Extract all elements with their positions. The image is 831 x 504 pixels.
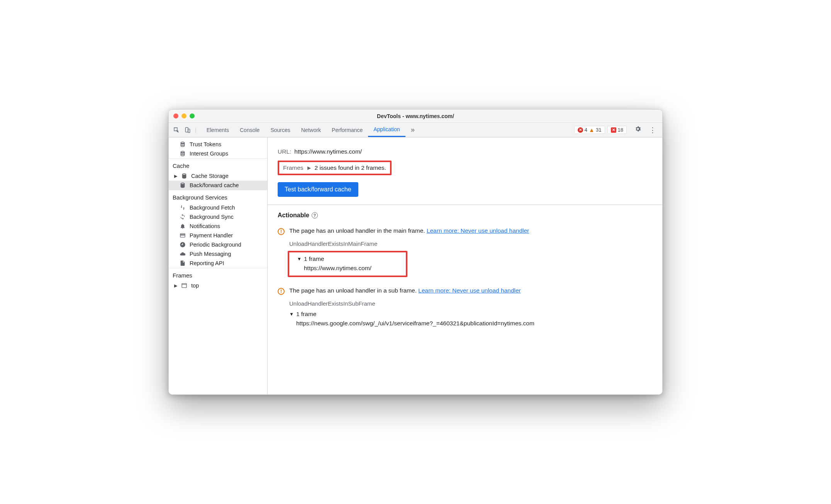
close-dot[interactable] [173,113,178,118]
sidebar-item-notifications[interactable]: Notifications [169,222,267,231]
sidebar-item-payment[interactable]: Payment Handler [169,231,267,240]
more-tabs-icon[interactable]: » [407,126,419,134]
tab-sources[interactable]: Sources [265,123,295,137]
sidebar-item-bfcache[interactable]: Back/forward cache [169,181,267,190]
window-title: DevTools - www.nytimes.com/ [377,113,454,119]
issue-code: UnloadHandlerExistsInMainFrame [289,240,652,247]
svg-rect-1 [188,129,190,132]
cache-heading: Cache [169,158,267,171]
database-icon [181,173,188,179]
triangle-right-icon[interactable]: ▶ [307,165,311,171]
learn-more-link[interactable]: Learn more: Never use unload handler [427,227,529,234]
test-bfcache-button[interactable]: Test back/forward cache [278,182,358,197]
file-icon [180,260,187,266]
sidebar-item-cache-storage[interactable]: ▶ Cache Storage [169,171,267,181]
issue-text: The page has an unload handler in the ma… [289,227,427,234]
frame-list: ▼ 1 frame https://news.google.com/swg/_/… [289,311,652,327]
issues-badge[interactable]: ✕ 18 [607,126,627,134]
actionable-section: Actionable ? [278,212,652,219]
sync-icon [180,214,187,220]
frame-toggle[interactable]: ▼ 1 frame [297,255,398,262]
window-titlebar: DevTools - www.nytimes.com/ [169,110,662,123]
clock-icon [180,242,187,248]
issues-square-icon: ✕ [611,127,616,133]
warning-triangle-icon: ▲ [589,127,594,133]
help-icon[interactable]: ? [312,212,318,218]
warning-circle-icon: ! [278,288,285,295]
issue-code: UnloadHandlerExistsInSubFrame [289,300,652,307]
frames-label: Frames [283,164,304,171]
frames-summary: 2 issues found in 2 frames. [315,164,386,171]
zoom-dot[interactable] [190,113,195,118]
svg-rect-2 [182,284,187,288]
panel-tabs: Elements Console Sources Network Perform… [201,123,405,137]
issue-item: ! The page has an unload handler in the … [278,227,652,277]
sidebar: Trust Tokens Interest Groups Cache ▶ Cac… [169,137,268,394]
frame-toggle[interactable]: ▼ 1 frame [289,311,652,318]
sidebar-item-periodic[interactable]: Periodic Background [169,240,267,249]
database-icon [180,151,187,157]
frame-url: https://news.google.com/swg/_/ui/v1/serv… [289,318,652,327]
svg-rect-0 [185,127,188,132]
expand-triangle-icon[interactable]: ▶ [174,283,178,288]
traffic-lights[interactable] [173,113,195,118]
frames-summary-box: Frames ▶ 2 issues found in 2 frames. [278,161,392,175]
sidebar-item-interest-groups[interactable]: Interest Groups [169,149,267,158]
issue-text: The page has an unload handler in a sub … [289,287,418,294]
sidebar-item-push[interactable]: Push Messaging [169,249,267,259]
tab-network[interactable]: Network [296,123,326,137]
warning-circle-icon: ! [278,228,285,235]
bell-icon [180,223,187,229]
tab-application[interactable]: Application [368,123,405,137]
sidebar-item-top-frame[interactable]: ▶ top [169,281,267,290]
url-label: URL: [278,148,291,155]
sidebar-item-bgfetch[interactable]: Background Fetch [169,203,267,212]
database-icon [180,141,187,147]
sidebar-item-trust-tokens[interactable]: Trust Tokens [169,140,267,149]
database-icon [180,182,187,188]
main-panel: URL: https://www.nytimes.com/ Frames ▶ 2… [268,137,662,394]
window-icon [181,282,188,289]
frames-heading: Frames [169,268,267,281]
triangle-down-icon: ▼ [297,256,302,262]
kebab-menu-icon[interactable]: ⋮ [646,126,659,134]
frame-url: https://www.nytimes.com/ [297,262,398,272]
devtools-window: DevTools - www.nytimes.com/ | Elements C… [168,109,663,395]
sidebar-item-bgsync[interactable]: Background Sync [169,212,267,222]
tab-performance[interactable]: Performance [326,123,368,137]
settings-gear-icon[interactable] [631,125,644,134]
devtools-toolbar: | Elements Console Sources Network Perfo… [169,123,662,137]
issue-item: ! The page has an unload handler in a su… [278,287,652,327]
triangle-down-icon: ▼ [289,311,294,317]
sidebar-item-reporting[interactable]: Reporting API [169,259,267,268]
learn-more-link[interactable]: Learn more: Never use unload handler [418,287,521,294]
inspect-icon[interactable] [173,127,180,133]
tab-elements[interactable]: Elements [201,123,234,137]
errors-badge[interactable]: ✕ 4 ▲ 31 [574,126,605,134]
card-icon [180,232,187,238]
frame-list-highlighted: ▼ 1 frame https://www.nytimes.com/ [288,251,407,277]
url-value: https://www.nytimes.com/ [294,148,362,155]
cloud-icon [180,251,187,257]
minimize-dot[interactable] [181,113,187,118]
fetch-icon [180,205,187,211]
tab-console[interactable]: Console [234,123,265,137]
expand-triangle-icon[interactable]: ▶ [174,174,178,179]
device-icon[interactable] [184,127,191,133]
error-circle-icon: ✕ [578,127,583,133]
bg-heading: Background Services [169,190,267,203]
